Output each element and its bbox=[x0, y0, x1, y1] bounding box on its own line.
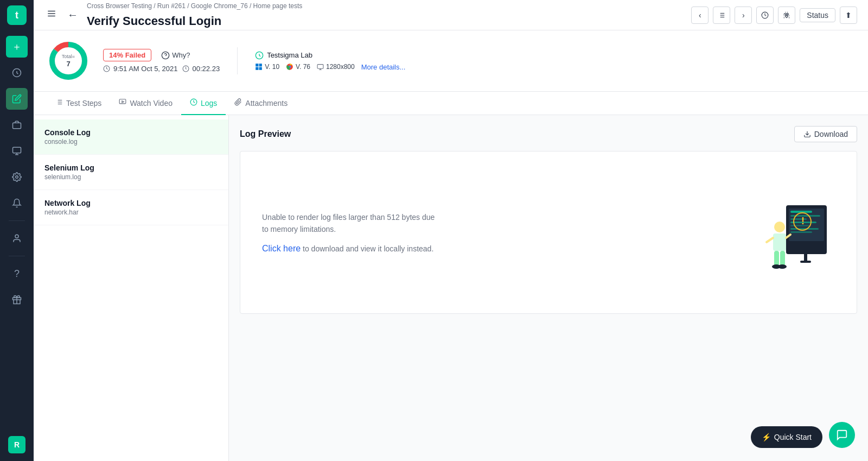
svg-rect-31 bbox=[317, 64, 323, 68]
app-logo[interactable]: t bbox=[7, 5, 27, 25]
breadcrumb: Cross Browser Testing / Run #261 / Googl… bbox=[87, 2, 302, 10]
attachments-icon bbox=[234, 98, 242, 108]
user-avatar[interactable]: R bbox=[8, 436, 25, 453]
quick-start-button[interactable]: ⚡ Quick Start bbox=[751, 426, 822, 448]
illustration: ! bbox=[759, 194, 835, 270]
upload-button[interactable]: ⬆ bbox=[840, 7, 857, 24]
log-download-message: Click here to download and view it local… bbox=[262, 244, 435, 254]
test-steps-icon bbox=[55, 98, 63, 108]
vertical-divider bbox=[237, 47, 238, 74]
prev-button[interactable]: ‹ bbox=[691, 7, 709, 24]
lab-name: Testsigma Lab bbox=[255, 51, 405, 60]
list-button[interactable] bbox=[713, 7, 730, 24]
log-item-selenium[interactable]: Selenium Log selenium.log bbox=[34, 155, 228, 190]
stat-duration: 00:22.23 bbox=[182, 65, 220, 73]
donut-center: Total= 7 bbox=[62, 54, 75, 68]
sidebar-item-plus[interactable]: ＋ bbox=[6, 36, 28, 58]
quick-start-icon: ⚡ bbox=[762, 433, 771, 441]
donut-total: 7 bbox=[66, 60, 70, 68]
console-log-file: console.log bbox=[44, 138, 218, 146]
network-log-file: network.har bbox=[44, 209, 218, 216]
page-title: Verify Successful Login bbox=[87, 14, 302, 28]
svg-rect-55 bbox=[804, 254, 807, 261]
svg-rect-27 bbox=[256, 67, 258, 70]
sidebar-divider-2 bbox=[9, 256, 25, 256]
svg-rect-58 bbox=[773, 233, 786, 251]
status-button[interactable]: Status bbox=[800, 8, 835, 22]
svg-marker-41 bbox=[122, 101, 124, 103]
header-title-wrap: Cross Browser Testing / Run #261 / Googl… bbox=[87, 2, 302, 28]
back-button[interactable]: ← bbox=[65, 7, 80, 23]
sidebar-item-settings[interactable] bbox=[6, 166, 28, 188]
tab-watch-video[interactable]: Watch Video bbox=[110, 92, 181, 115]
svg-rect-1 bbox=[13, 123, 21, 129]
failed-badge: 14% Failed bbox=[103, 49, 151, 61]
svg-text:!: ! bbox=[801, 216, 805, 226]
svg-rect-61 bbox=[774, 251, 779, 266]
donut-chart: Total= 7 bbox=[47, 39, 90, 83]
log-item-network[interactable]: Network Log network.har bbox=[34, 190, 228, 225]
next-button[interactable]: › bbox=[735, 7, 752, 24]
selenium-log-name: Selenium Log bbox=[44, 163, 218, 172]
sidebar-bottom: R bbox=[8, 434, 25, 456]
svg-rect-56 bbox=[800, 261, 811, 263]
svg-point-57 bbox=[774, 222, 785, 232]
network-log-name: Network Log bbox=[44, 199, 218, 207]
sub-header: Total= 7 14% Failed Why? 9:51 AM Oct 5, … bbox=[34, 30, 868, 92]
watch-video-icon bbox=[119, 98, 126, 108]
log-preview-box: Unable to render log files larger than 5… bbox=[240, 151, 857, 314]
tabs-bar: Test Steps Watch Video Logs Attachments bbox=[34, 92, 868, 115]
log-list: Console Log console.log Selenium Log sel… bbox=[34, 115, 229, 461]
log-message-wrap: Unable to render log files larger than 5… bbox=[262, 211, 435, 254]
click-here-link[interactable]: Click here bbox=[262, 244, 301, 253]
svg-rect-26 bbox=[259, 64, 262, 66]
clock-button[interactable] bbox=[756, 7, 774, 24]
tab-test-steps[interactable]: Test Steps bbox=[47, 92, 110, 115]
sidebar-item-edit[interactable] bbox=[6, 88, 28, 110]
log-item-console[interactable]: Console Log console.log bbox=[34, 119, 228, 155]
header: ← Cross Browser Testing / Run #261 / Goo… bbox=[34, 0, 868, 30]
tab-logs[interactable]: Logs bbox=[181, 92, 226, 115]
sidebar-item-briefcase[interactable] bbox=[6, 114, 28, 136]
download-button[interactable]: Download bbox=[794, 126, 857, 142]
log-preview-title: Log Preview bbox=[240, 129, 291, 139]
hamburger-button[interactable] bbox=[44, 7, 59, 23]
selenium-log-file: selenium.log bbox=[44, 173, 218, 181]
bug-button[interactable] bbox=[778, 7, 795, 24]
svg-rect-52 bbox=[790, 231, 812, 233]
sidebar-item-gift[interactable] bbox=[6, 289, 28, 311]
sidebar: t ＋ ? R bbox=[0, 0, 34, 461]
sidebar-item-dashboard[interactable] bbox=[6, 62, 28, 84]
download-message-text: to download and view it locally instead. bbox=[301, 244, 433, 253]
more-details-link[interactable]: More details... bbox=[361, 63, 406, 71]
stats-wrap: 14% Failed Why? 9:51 AM Oct 5, 2021 00:2… bbox=[103, 49, 220, 73]
header-left: ← Cross Browser Testing / Run #261 / Goo… bbox=[44, 2, 691, 28]
svg-rect-28 bbox=[259, 67, 262, 70]
browser-info: V. 76 bbox=[286, 63, 310, 71]
content-area: Console Log console.log Selenium Log sel… bbox=[34, 115, 868, 461]
why-link[interactable]: Why? bbox=[161, 51, 190, 60]
main-content: ← Cross Browser Testing / Run #261 / Goo… bbox=[34, 0, 868, 461]
svg-point-64 bbox=[778, 264, 787, 269]
sidebar-item-monitor[interactable] bbox=[6, 140, 28, 162]
svg-point-3 bbox=[16, 176, 18, 179]
header-right: ‹ › Status ⬆ bbox=[691, 7, 857, 24]
sidebar-item-help[interactable]: ? bbox=[6, 263, 28, 285]
svg-line-59 bbox=[767, 238, 773, 242]
stat-time: 9:51 AM Oct 5, 2021 bbox=[103, 65, 178, 73]
svg-rect-62 bbox=[780, 251, 785, 266]
svg-rect-2 bbox=[13, 147, 21, 153]
log-preview-header: Log Preview Download bbox=[240, 126, 857, 142]
sidebar-item-user[interactable] bbox=[6, 228, 28, 249]
log-preview-panel: Log Preview Download Unable to render lo… bbox=[229, 115, 868, 461]
os-browser-row: V. 10 V. 76 1280x800 More details... bbox=[255, 63, 405, 71]
log-message: Unable to render log files larger than 5… bbox=[262, 211, 435, 236]
sidebar-item-bell[interactable] bbox=[6, 192, 28, 214]
resolution-info: 1280x800 bbox=[317, 63, 355, 71]
lab-stats: Testsigma Lab V. 10 V. 76 1280x800 More … bbox=[255, 51, 405, 71]
os-info: V. 10 bbox=[255, 63, 279, 71]
tab-attachments[interactable]: Attachments bbox=[226, 92, 296, 115]
stats-row1: 14% Failed Why? bbox=[103, 49, 220, 61]
sidebar-divider bbox=[9, 220, 25, 221]
chat-button[interactable] bbox=[829, 422, 855, 448]
